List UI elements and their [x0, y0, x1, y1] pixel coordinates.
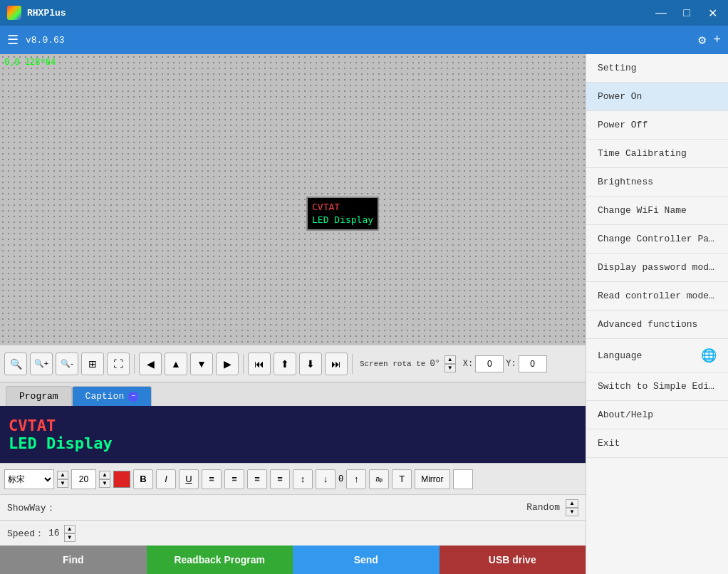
y-input[interactable]: [519, 355, 547, 372]
fit-button[interactable]: ⛶: [107, 353, 130, 375]
color-swatch[interactable]: [113, 471, 130, 488]
tab-caption[interactable]: Caption −: [72, 386, 152, 406]
size-down-btn[interactable]: ▼: [99, 479, 110, 488]
version-label: v8.0.63: [26, 35, 65, 46]
rotate-value: 0°: [430, 359, 440, 369]
move-down-button[interactable]: ▼: [190, 353, 213, 375]
menu-item-10[interactable]: Language🌐: [586, 339, 728, 372]
text-preview: CVTAT LED Display: [0, 406, 586, 463]
align-center-button[interactable]: ≡: [224, 469, 244, 489]
speed-up-btn[interactable]: ▲: [64, 525, 76, 533]
menu-item-0[interactable]: Setting: [586, 54, 728, 83]
minimize-button[interactable]: —: [652, 4, 670, 21]
menu-item-3[interactable]: Time Calibrating: [586, 140, 728, 168]
find-button[interactable]: Find: [0, 546, 147, 574]
menu-item-5[interactable]: Change WiFi Name: [586, 197, 728, 225]
underline-button[interactable]: U: [179, 469, 199, 489]
tab-program[interactable]: Program: [6, 386, 72, 406]
menu-item-12[interactable]: About/Help: [586, 401, 728, 429]
toolbar-right: ⚙ +: [698, 32, 721, 48]
prev-button[interactable]: ⏮: [248, 353, 271, 375]
app-logo: [7, 6, 21, 20]
italic-button[interactable]: I: [156, 469, 176, 489]
align-justify-button[interactable]: ≡: [270, 469, 290, 489]
showway-down-btn[interactable]: ▼: [566, 508, 578, 516]
add-icon[interactable]: +: [713, 33, 721, 47]
menu-item-7[interactable]: Display password modi···: [586, 254, 728, 282]
showway-up-btn[interactable]: ▲: [566, 499, 578, 508]
maximize-button[interactable]: □: [678, 4, 695, 21]
y-label: Y:: [506, 359, 516, 369]
titlebar: RHXPlus — □ ✕: [0, 0, 728, 26]
menu-item-6[interactable]: Change Controller Pas···: [586, 225, 728, 254]
scroll-up-button[interactable]: ⬆: [274, 353, 296, 375]
x-input[interactable]: [475, 355, 504, 372]
rotate-down-btn[interactable]: ▼: [444, 364, 456, 372]
menu-item-13[interactable]: Exit: [586, 429, 728, 458]
usb-button[interactable]: USB drive: [440, 546, 586, 574]
mirror-button[interactable]: Mirror: [415, 469, 449, 489]
move-up-button[interactable]: ▲: [165, 353, 187, 375]
bold-button[interactable]: B: [133, 469, 153, 489]
grid-button[interactable]: ⊞: [81, 353, 104, 375]
menu-item-11[interactable]: Switch to Simple Edit···: [586, 372, 728, 401]
size-up-btn[interactable]: ▲: [99, 471, 110, 479]
font3-button[interactable]: T: [392, 469, 412, 489]
menu-item-1[interactable]: Power On: [586, 83, 728, 111]
speed-stepper[interactable]: ▲ ▼: [64, 525, 76, 542]
tabs-row: Program Caption −: [0, 382, 586, 406]
send-button[interactable]: Send: [293, 546, 440, 574]
globe-icon: 🌐: [701, 348, 717, 363]
scroll-right-button[interactable]: ⏭: [325, 353, 348, 375]
main-toolbar: ☰ v8.0.63 ⚙ +: [0, 26, 728, 54]
menu-item-2[interactable]: Power Off: [586, 111, 728, 140]
led-line2: LED Display: [312, 214, 373, 226]
readback-button[interactable]: Readback Program: [147, 546, 293, 574]
menu-item-4[interactable]: Brightness: [586, 168, 728, 197]
close-button[interactable]: ✕: [704, 4, 721, 21]
align-right-button[interactable]: ≡: [247, 469, 267, 489]
app-title: RHXPlus: [27, 8, 66, 19]
speed-row: Speed： 16 ▲ ▼: [0, 520, 586, 546]
font-stepper[interactable]: ▲ ▼: [57, 471, 68, 488]
zoom-search-button[interactable]: 🔍: [4, 353, 27, 375]
menu-item-8[interactable]: Read controller model···: [586, 282, 728, 311]
showway-stepper[interactable]: ▲ ▼: [566, 499, 578, 516]
screen-rotate-label: Screen rota te: [360, 360, 425, 368]
mirror-swatch: [453, 469, 473, 489]
settings-icon[interactable]: ⚙: [698, 32, 706, 48]
move-left-button[interactable]: ◀: [139, 353, 162, 375]
font-down-btn[interactable]: ▼: [57, 479, 68, 488]
align-middle-button[interactable]: ↓: [316, 469, 336, 489]
dot-canvas[interactable]: 0,0 128*64 CVTAT LED Display: [0, 54, 586, 345]
format-toolbar: 标宋 ▲ ▼ ▲ ▼ B I U ≡ ≡ ≡ ≡ ↕ ↓ 0 ↑ aᵦ T: [0, 463, 586, 494]
hamburger-menu-icon[interactable]: ☰: [7, 32, 19, 48]
main-container: 0,0 128*64 CVTAT LED Display 🔍 🔍+ 🔍- ⊞ ⛶…: [0, 54, 728, 574]
titlebar-left: RHXPlus: [7, 6, 66, 20]
font-size-input[interactable]: [71, 469, 96, 489]
num-label: 0: [338, 474, 343, 484]
menu-item-label-10: Language: [598, 350, 642, 361]
toolbar-left: ☰ v8.0.63: [7, 32, 65, 48]
rotate-up-btn[interactable]: ▲: [444, 355, 456, 364]
size-stepper[interactable]: ▲ ▼: [99, 471, 110, 488]
font2-button[interactable]: aᵦ: [369, 469, 389, 489]
align-left-button[interactable]: ≡: [202, 469, 222, 489]
scroll-down-button[interactable]: ⬇: [299, 353, 322, 375]
align-top-button[interactable]: ↕: [293, 469, 313, 489]
zoom-out-button[interactable]: 🔍-: [56, 353, 78, 375]
font-up-btn[interactable]: ▲: [57, 471, 68, 479]
menu-item-9[interactable]: Advanced functions: [586, 311, 728, 339]
font-select[interactable]: 标宋: [4, 469, 54, 489]
tab-close-icon[interactable]: −: [128, 392, 138, 402]
move-right-button[interactable]: ▶: [216, 353, 239, 375]
zoom-in-button[interactable]: 🔍+: [30, 353, 53, 375]
led-display-widget[interactable]: CVTAT LED Display: [306, 197, 379, 231]
rotate-stepper[interactable]: ▲ ▼: [444, 355, 456, 372]
showway-value: Random: [526, 502, 560, 513]
speed-down-btn[interactable]: ▼: [64, 533, 76, 542]
coord-label: 0,0 128*64: [4, 57, 56, 67]
showway-label: ShowWay：: [7, 501, 56, 514]
separator: [134, 354, 135, 374]
up-button[interactable]: ↑: [346, 469, 366, 489]
